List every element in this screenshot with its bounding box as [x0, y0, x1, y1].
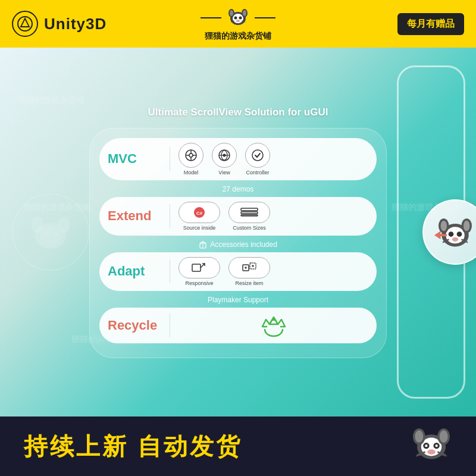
raccoon-circle-big: [422, 199, 476, 265]
raccoon-icon-top: [226, 7, 250, 30]
watermark-1: 狸猫的游戏杂货铺: [18, 95, 84, 106]
mvc-label: MVC: [108, 151, 161, 167]
resize-item-pill: Resize item: [228, 257, 270, 286]
box-icon: [199, 240, 207, 249]
banner-lines: [201, 7, 275, 30]
divider-recycle: [170, 314, 170, 337]
view-icon-badge: View: [212, 143, 237, 176]
recycle-label: Recycle: [108, 318, 161, 333]
gift-badge: 每月有赠品: [397, 13, 464, 35]
resize-icon: [228, 257, 270, 278]
responsive-pill: Responsive: [178, 257, 220, 286]
svg-point-15: [32, 217, 43, 233]
resize-label: Resize item: [235, 280, 263, 286]
bg-raccoon-left: [12, 193, 89, 271]
svg-text:C#: C#: [196, 211, 203, 216]
source-icon: C#: [178, 202, 220, 223]
source-label: Source inside: [183, 225, 216, 231]
view-icon: [212, 143, 237, 168]
row-pill-extend: Extend C# Source inside: [99, 197, 377, 236]
bottom-banner: 持续上新 自动发货: [0, 416, 476, 476]
controller-label: Controller: [246, 170, 269, 176]
row-extend-section: 27 demos Extend C# Sou: [99, 185, 377, 236]
svg-point-26: [457, 231, 462, 237]
svg-point-31: [189, 154, 193, 157]
row-adapt-section: Accessories included Adapt: [99, 240, 377, 291]
accessories-text: Accessories included: [210, 240, 277, 249]
demos-text: 27 demos: [223, 185, 254, 193]
svg-point-66: [427, 449, 436, 455]
svg-rect-44: [241, 212, 258, 214]
svg-point-18: [53, 232, 58, 237]
row-pill-adapt: Adapt Responsive: [99, 252, 377, 291]
adapt-label: Adapt: [108, 264, 161, 279]
svg-point-25: [449, 231, 454, 237]
svg-point-17: [43, 232, 48, 237]
row-recycle-section: Playmaker Support Recycle: [99, 296, 377, 343]
divider: [170, 147, 170, 171]
row-mvc: MVC: [99, 138, 377, 180]
svg-point-39: [223, 154, 226, 156]
card: MVC: [89, 128, 387, 358]
source-icon-pill: C# Source inside: [178, 202, 220, 231]
right-raccoon: [422, 199, 476, 265]
svg-marker-1: [21, 18, 29, 27]
controller-icon: [245, 143, 270, 168]
svg-point-6: [230, 10, 233, 16]
svg-point-40: [252, 150, 263, 161]
svg-rect-48: [192, 264, 201, 271]
bottom-raccoon: [411, 424, 452, 469]
svg-point-8: [234, 16, 237, 19]
svg-rect-43: [241, 208, 258, 211]
playmaker-text: Playmaker Support: [208, 296, 268, 304]
svg-point-10: [236, 20, 240, 22]
svg-point-14: [40, 226, 61, 245]
unity-logo-area: Unity3D: [12, 11, 107, 37]
recycle-icon: [259, 312, 289, 339]
model-label: Model: [184, 170, 199, 176]
adapt-icons: Responsive: [178, 257, 368, 286]
svg-rect-45: [241, 215, 258, 216]
divider-adapt: [170, 259, 170, 283]
banner-line-right: [255, 17, 275, 18]
model-icon-badge: Model: [178, 143, 203, 176]
controller-icon-badge: Controller: [245, 143, 270, 176]
playmaker-label: Playmaker Support: [99, 296, 377, 304]
bottom-text: 持续上新 自动发货: [24, 430, 242, 463]
svg-point-61: [440, 430, 448, 443]
svg-point-65: [436, 444, 438, 447]
svg-point-23: [441, 221, 447, 231]
view-label: View: [218, 170, 230, 176]
custom-sizes-icon: [228, 202, 270, 223]
card-container: Ultimate ScrollView Solution for uGUI MV…: [89, 107, 387, 358]
banner-center: 狸猫的游戏杂货铺: [201, 7, 275, 42]
svg-point-16: [58, 217, 70, 233]
svg-point-64: [425, 444, 427, 447]
svg-point-9: [239, 16, 242, 19]
row-pill-recycle: Recycle: [99, 308, 377, 343]
custom-sizes-pill: Custom Sizes: [228, 202, 270, 231]
recycle-icon-area: [178, 312, 368, 339]
main-content: 狸猫的游戏杂货铺 狸猫的游戏杂货铺 狸猫的游戏杂货铺 狸猫的游戏杂货铺: [0, 48, 476, 416]
card-title: Ultimate ScrollView Solution for uGUI: [89, 107, 387, 118]
svg-point-60: [415, 430, 423, 443]
extend-icons: C# Source inside: [178, 202, 368, 231]
extend-label: Extend: [108, 208, 161, 224]
demos-label: 27 demos: [99, 185, 377, 193]
responsive-icon: [178, 257, 220, 278]
mvc-icons: Model View: [178, 143, 368, 176]
unity-logo: [12, 11, 38, 37]
banner-line-left: [201, 17, 221, 18]
custom-sizes-label: Custom Sizes: [233, 225, 266, 231]
divider-extend: [170, 204, 170, 228]
unity-title: Unity3D: [44, 15, 107, 33]
model-icon: [178, 143, 203, 168]
svg-line-49: [201, 264, 205, 268]
svg-point-24: [464, 221, 470, 231]
accessories-label: Accessories included: [99, 240, 377, 249]
top-banner: Unity3D: [0, 0, 476, 48]
svg-point-7: [243, 10, 246, 16]
shop-name: 狸猫的游戏杂货铺: [205, 31, 271, 42]
row-pill-mvc: MVC: [99, 138, 377, 180]
responsive-label: Responsive: [185, 280, 213, 286]
